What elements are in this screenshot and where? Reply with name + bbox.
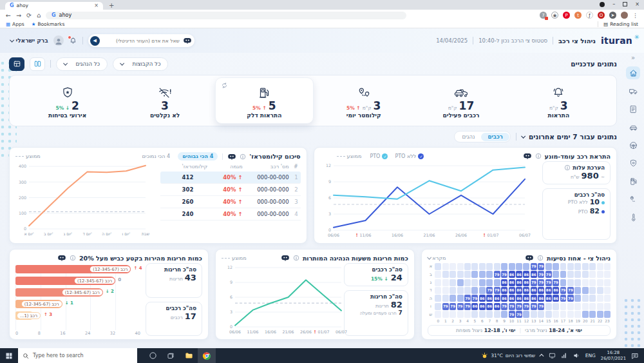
heatmap-cell[interactable]: 79 bbox=[516, 303, 522, 310]
km-table-row[interactable]: 1000-00-000↑ 40%412 bbox=[160, 172, 301, 184]
kpi-not-received[interactable]: 3לא נקלטים bbox=[116, 75, 213, 126]
heatmap-cell[interactable] bbox=[457, 271, 464, 278]
profile-avatar-icon[interactable] bbox=[621, 12, 628, 19]
heatmap-cell[interactable] bbox=[589, 263, 596, 270]
heatmap-cell[interactable]: 86 bbox=[509, 271, 515, 278]
heatmap-cell[interactable]: 86 bbox=[471, 303, 478, 310]
heatmap-cell[interactable] bbox=[560, 279, 567, 286]
cortana-icon[interactable] bbox=[144, 348, 162, 363]
heatmap-cell[interactable] bbox=[553, 263, 559, 270]
heatmap-cell[interactable] bbox=[523, 263, 529, 270]
heatmap-cell[interactable]: 79 bbox=[471, 295, 478, 302]
legend-item[interactable]: ✓ללא PTO bbox=[395, 153, 424, 159]
heatmap-cell[interactable] bbox=[471, 271, 478, 278]
chat-assistant-icon[interactable] bbox=[57, 254, 66, 262]
heatmap-cell[interactable] bbox=[553, 311, 559, 318]
grid-view-button[interactable] bbox=[9, 57, 24, 71]
notification-icon[interactable] bbox=[631, 352, 639, 360]
math-extension-icon[interactable]: ƒ bbox=[586, 12, 593, 19]
rail-item-route-pins-icon[interactable] bbox=[626, 193, 640, 206]
heatmap-cell[interactable]: 79 bbox=[545, 271, 552, 278]
menu-dots-icon[interactable]: ⋮ bbox=[632, 12, 638, 19]
heatmap-cell[interactable] bbox=[597, 295, 603, 302]
start-icon[interactable] bbox=[0, 348, 18, 363]
heatmap-cell[interactable] bbox=[604, 295, 611, 302]
heatmap-cell[interactable] bbox=[435, 287, 441, 294]
heatmap-cell[interactable] bbox=[589, 279, 596, 286]
heatmap-cell[interactable]: 79 bbox=[567, 295, 574, 302]
heatmap-cell[interactable] bbox=[471, 287, 478, 294]
bar-row[interactable]: רכב (12-345-67)↓ 1 bbox=[15, 300, 140, 308]
heatmap-cell[interactable]: 79 bbox=[560, 295, 567, 302]
heatmap-cell[interactable] bbox=[457, 263, 464, 270]
red-extension-icon[interactable]: O bbox=[598, 12, 605, 19]
heatmap-cell[interactable] bbox=[435, 279, 441, 286]
heatmap-cell[interactable]: 86 bbox=[538, 287, 544, 294]
week-section-title[interactable]: נתונים עבור 7 ימים אחרונים bbox=[522, 133, 617, 141]
heatmap-cell[interactable]: 86 bbox=[531, 295, 537, 302]
browser-tab[interactable]: G ahoy × bbox=[5, 2, 103, 10]
heatmap-cell[interactable] bbox=[589, 271, 596, 278]
heatmap-cell[interactable]: 79 bbox=[538, 263, 544, 270]
heatmap-cell[interactable] bbox=[450, 263, 456, 270]
heatmap-cell[interactable]: 86 bbox=[523, 271, 529, 278]
notifications-bell-icon[interactable] bbox=[69, 37, 77, 45]
heatmap-cell[interactable] bbox=[604, 271, 611, 278]
heatmap-cell[interactable] bbox=[435, 303, 441, 310]
clock[interactable]: 16:2826/07/2021 bbox=[601, 350, 626, 362]
rail-item-fuel-icon[interactable] bbox=[626, 175, 640, 188]
heatmap-cell[interactable] bbox=[479, 263, 486, 270]
heatmap-cell[interactable]: 79 bbox=[509, 303, 515, 310]
km-table-row[interactable]: 3000-00-000↑ 40%260 bbox=[160, 196, 301, 208]
heatmap-cell[interactable] bbox=[604, 279, 611, 286]
heatmap-cell[interactable]: 86 bbox=[501, 279, 507, 286]
heatmap-cell[interactable]: 86 bbox=[509, 287, 515, 294]
heatmap-cell[interactable] bbox=[574, 287, 581, 294]
bookmarks-shortcut[interactable]: ★Bookmarks bbox=[32, 21, 65, 27]
heatmap-cell[interactable]: 79 bbox=[523, 303, 529, 310]
heatmap-cell[interactable] bbox=[471, 311, 478, 318]
info-icon[interactable] bbox=[535, 153, 542, 159]
heatmap-cell[interactable] bbox=[567, 279, 574, 286]
rail-item-thermometer-icon[interactable] bbox=[626, 211, 640, 224]
heatmap-cell[interactable]: 79 bbox=[494, 271, 500, 278]
heatmap-cell[interactable] bbox=[486, 311, 493, 318]
tab-search-icon[interactable] bbox=[600, 2, 605, 7]
heatmap-cell[interactable] bbox=[457, 295, 464, 302]
heatmap-cell[interactable]: 86 bbox=[494, 295, 500, 302]
heatmap-cell[interactable]: 79 bbox=[531, 279, 537, 286]
heatmap-cell[interactable]: 79 bbox=[567, 287, 574, 294]
rail-item-truck-icon[interactable] bbox=[626, 84, 640, 97]
heatmap-cell[interactable]: 86 bbox=[523, 279, 529, 286]
heatmap-cell[interactable] bbox=[457, 287, 464, 294]
heatmap-cell[interactable] bbox=[450, 271, 456, 278]
heatmap-cell[interactable] bbox=[582, 295, 589, 302]
heatmap-cell[interactable] bbox=[553, 271, 559, 278]
heatmap-cell[interactable]: 79 bbox=[464, 295, 471, 302]
heatmap-cell[interactable]: 79 bbox=[501, 271, 507, 278]
heatmap-cell[interactable]: 79 bbox=[442, 303, 449, 310]
heatmap-cell[interactable] bbox=[450, 295, 456, 302]
heatmap-cell[interactable] bbox=[435, 263, 441, 270]
heatmap-cell[interactable] bbox=[560, 263, 567, 270]
heatmap-cell[interactable] bbox=[582, 279, 589, 286]
reading-list-button[interactable]: ▤Reading list bbox=[598, 21, 638, 27]
heatmap-cell[interactable] bbox=[560, 303, 567, 310]
maximize-button[interactable] bbox=[623, 2, 627, 6]
heatmap-cell[interactable]: 86 bbox=[523, 287, 529, 294]
heatmap-cell[interactable] bbox=[479, 279, 486, 286]
toggle-drivers[interactable]: נהגים bbox=[455, 133, 481, 141]
columns-view-button[interactable] bbox=[30, 57, 45, 71]
heatmap-cell[interactable]: 79 bbox=[545, 279, 552, 286]
heatmap-cell[interactable] bbox=[589, 303, 596, 310]
camera-extension-icon[interactable]: ◉ bbox=[551, 12, 558, 19]
chat-assistant-icon[interactable] bbox=[281, 254, 290, 262]
bar-row[interactable]: רכב (1...↑ 3 bbox=[15, 311, 140, 320]
heatmap-cell[interactable] bbox=[574, 263, 581, 270]
pinterest-extension-icon[interactable]: P bbox=[563, 12, 570, 19]
km-table-row[interactable]: 2000-00-000↑ 40%302 bbox=[160, 184, 301, 196]
heatmap-cell[interactable]: 86 bbox=[545, 295, 552, 302]
bottom4-toggle[interactable]: 4 הכי נמוכים bbox=[138, 152, 175, 161]
chrome-icon[interactable] bbox=[198, 348, 216, 363]
heatmap-cell[interactable]: 86 bbox=[479, 295, 486, 302]
